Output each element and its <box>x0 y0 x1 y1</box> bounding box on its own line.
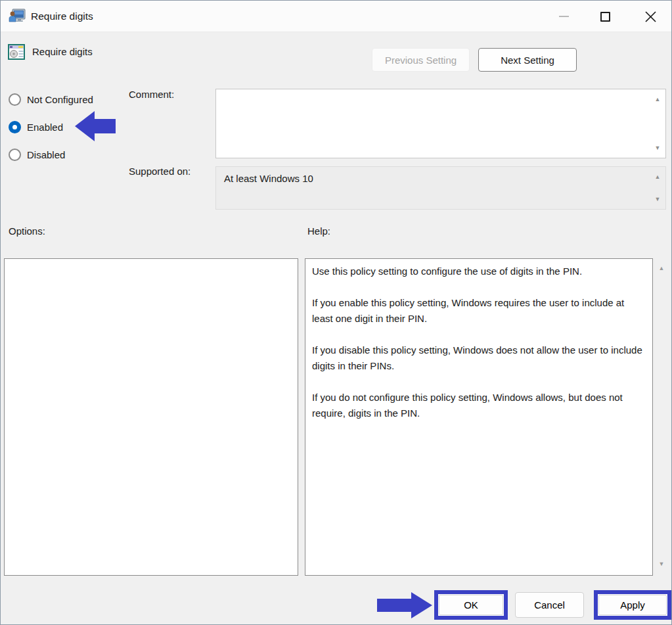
next-setting-button[interactable]: Next Setting <box>478 48 577 72</box>
options-label: Options: <box>9 225 45 237</box>
radio-disabled[interactable]: Disabled <box>9 148 65 161</box>
supported-on-label: Supported on: <box>129 166 190 177</box>
window-title: Require digits <box>31 1 93 32</box>
annotation-arrow-right-icon <box>377 592 432 618</box>
radio-circle-icon <box>9 93 21 106</box>
policy-setting-dialog: Require digits Require digits Previous S… <box>0 0 672 625</box>
policy-name: Require digits <box>32 43 93 61</box>
radio-circle-icon <box>9 149 21 161</box>
policy-setting-icon <box>7 43 26 61</box>
supported-on-field: At least Windows 10 ▲ ▼ <box>215 166 666 210</box>
help-label: Help: <box>307 225 330 237</box>
scroll-down-icon[interactable]: ▼ <box>657 561 666 567</box>
scroll-down-icon[interactable]: ▼ <box>653 195 662 204</box>
apply-annotation-frame: Apply <box>594 590 671 620</box>
radio-not-configured[interactable]: Not Configured <box>9 93 93 106</box>
apply-button[interactable]: Apply <box>598 595 667 615</box>
help-text-panel[interactable]: Use this policy setting to configure the… <box>305 258 653 576</box>
scroll-up-icon[interactable]: ▲ <box>653 95 662 104</box>
scroll-down-icon[interactable]: ▼ <box>653 143 662 152</box>
radio-circle-selected-icon <box>9 121 21 133</box>
help-paragraph: If you enable this policy setting, Windo… <box>312 295 646 327</box>
close-icon <box>645 11 656 22</box>
cancel-button[interactable]: Cancel <box>515 592 584 618</box>
close-button[interactable] <box>635 3 665 30</box>
ok-button[interactable]: OK <box>439 595 503 615</box>
minimize-icon <box>559 16 569 17</box>
comment-label: Comment: <box>129 89 174 100</box>
previous-setting-button[interactable]: Previous Setting <box>372 48 470 72</box>
maximize-icon <box>600 12 610 22</box>
maximize-button[interactable] <box>590 3 620 30</box>
help-paragraph: Use this policy setting to configure the… <box>312 264 646 279</box>
scroll-up-icon[interactable]: ▲ <box>653 172 662 181</box>
radio-label: Not Configured <box>27 94 93 105</box>
gpedit-user-computer-icon <box>9 9 26 24</box>
radio-enabled[interactable]: Enabled <box>9 120 63 133</box>
annotation-arrow-left-icon <box>75 111 116 141</box>
radio-label: Enabled <box>27 122 63 133</box>
help-paragraph: If you do not configure this policy sett… <box>312 390 646 421</box>
titlebar: Require digits <box>1 1 671 32</box>
help-paragraph: If you disable this policy setting, Wind… <box>312 342 646 374</box>
supported-on-value: At least Windows 10 <box>224 173 313 184</box>
comment-input[interactable]: ▲ ▼ <box>215 89 666 158</box>
minimize-button[interactable] <box>549 3 579 30</box>
ok-annotation-frame: OK <box>434 590 508 620</box>
radio-label: Disabled <box>27 149 65 160</box>
options-panel <box>4 258 298 576</box>
scroll-up-icon[interactable]: ▲ <box>657 265 666 271</box>
